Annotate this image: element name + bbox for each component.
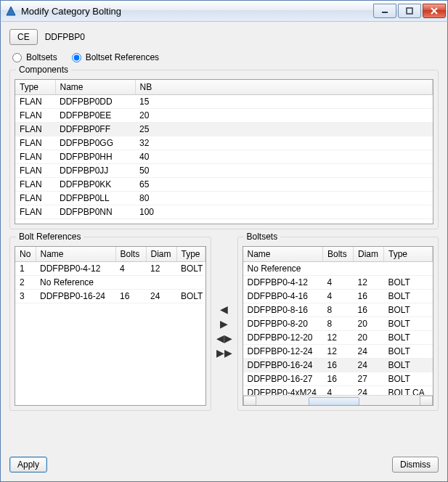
table-cell: 65 xyxy=(135,178,433,192)
table-cell: BOLT xyxy=(384,331,433,345)
boltsets-col-bolts[interactable]: Bolts xyxy=(323,247,354,262)
table-cell: DDFPBP0-4-12 xyxy=(36,262,115,276)
radio-boltset-references-input[interactable] xyxy=(72,53,81,62)
app-icon xyxy=(5,5,17,17)
table-row[interactable]: DDFPBP0-4xM24424BOLT CA xyxy=(243,386,433,396)
table-row[interactable]: FLANDDFPBP0HH40 xyxy=(15,150,433,164)
table-cell: 4 xyxy=(323,276,354,290)
table-cell: 27 xyxy=(354,372,384,386)
table-row[interactable]: 1DDFPBP0-4-12412BOLT xyxy=(15,262,205,276)
table-cell: DDFPBP0-16-24 xyxy=(36,290,115,303)
table-cell: DDFPBP0KK xyxy=(55,178,135,192)
boltsets-col-diam[interactable]: Diam xyxy=(354,247,384,262)
move-right-all-icon[interactable]: ▶▶ xyxy=(216,348,232,358)
table-row[interactable]: FLANDDFPBP0KK65 xyxy=(15,178,433,192)
table-row[interactable]: DDFPBP0-12-201220BOLT xyxy=(243,331,433,345)
table-cell: 12 xyxy=(323,331,354,345)
components-table[interactable]: Type Name NB FLANDDFPBP0DD15FLANDDFPBP0E… xyxy=(15,80,433,219)
bolt-references-table[interactable]: No Name Bolts Diam Type 1DDFPBP0-4-12412… xyxy=(15,247,205,303)
radio-boltsets[interactable]: Boltsets xyxy=(12,52,57,62)
table-row[interactable]: FLANDDFPBP0JJ50 xyxy=(15,164,433,178)
table-cell: 4 xyxy=(323,290,354,303)
table-cell: BOLT xyxy=(176,290,205,303)
radio-boltsets-input[interactable] xyxy=(12,53,22,62)
table-cell: No Reference xyxy=(36,276,115,290)
window-title: Modify Category Bolting xyxy=(21,6,373,17)
table-cell: DDFPBP0EE xyxy=(55,109,135,123)
table-cell: 100 xyxy=(135,205,433,219)
table-cell: FLAN xyxy=(15,192,55,205)
table-cell xyxy=(146,276,176,290)
bolt-references-scroll[interactable]: No Name Bolts Diam Type 1DDFPBP0-4-12412… xyxy=(15,247,205,405)
table-row[interactable]: DDFPBP0-16-271627BOLT xyxy=(243,372,433,386)
table-row[interactable]: FLANDDFPBP0NN100 xyxy=(15,205,433,219)
boltsets-legend: Boltsets xyxy=(244,232,281,242)
table-row[interactable]: DDFPBP0-8-16816BOLT xyxy=(243,303,433,317)
components-col-type[interactable]: Type xyxy=(15,80,55,95)
table-cell xyxy=(176,276,205,290)
table-cell: DDFPBP0-12-20 xyxy=(243,331,323,345)
table-cell: No Reference xyxy=(243,262,323,276)
boltrefs-col-diam[interactable]: Diam xyxy=(146,247,176,262)
table-cell: 3 xyxy=(15,290,36,303)
table-cell: DDFPBP0GG xyxy=(55,136,135,150)
table-cell: 20 xyxy=(135,109,433,123)
table-cell: 16 xyxy=(354,290,384,303)
maximize-button[interactable] xyxy=(398,4,421,18)
table-row[interactable]: DDFPBP0-4-16416BOLT xyxy=(243,290,433,303)
boltsets-table[interactable]: Name Bolts Diam Type No ReferenceDDFPBP0… xyxy=(243,247,433,395)
table-cell: FLAN xyxy=(15,150,55,164)
table-cell: 12 xyxy=(354,276,384,290)
boltsets-col-name[interactable]: Name xyxy=(243,247,323,262)
components-col-name[interactable]: Name xyxy=(55,80,135,95)
transfer-buttons: ◀ ▶ ◀▶ ▶▶ xyxy=(216,237,233,411)
table-cell: BOLT xyxy=(384,276,433,290)
boltrefs-col-type[interactable]: Type xyxy=(176,247,205,262)
table-row[interactable]: No Reference xyxy=(243,262,433,276)
table-row[interactable]: FLANDDFPBP0EE20 xyxy=(15,109,433,123)
dismiss-button[interactable]: Dismiss xyxy=(392,457,439,473)
table-cell: BOLT xyxy=(384,317,433,331)
table-cell: DDFPBP0-8-20 xyxy=(243,317,323,331)
table-row[interactable]: 3DDFPBP0-16-241624BOLT xyxy=(15,290,205,303)
table-row[interactable]: DDFPBP0-12-241224BOLT xyxy=(243,345,433,359)
apply-button[interactable]: Apply xyxy=(9,457,47,473)
boltsets-col-type[interactable]: Type xyxy=(384,247,433,262)
table-row[interactable]: DDFPBP0-16-241624BOLT xyxy=(243,359,433,372)
move-right-one-icon[interactable]: ▶ xyxy=(220,319,228,329)
boltrefs-col-name[interactable]: Name xyxy=(36,247,115,262)
table-cell xyxy=(323,262,354,276)
boltsets-horizontal-scrollbar[interactable] xyxy=(243,395,433,406)
bolt-references-group: Bolt References No Name Bolts Diam Type … xyxy=(9,237,211,411)
table-row[interactable]: FLANDDFPBP0DD15 xyxy=(15,95,433,109)
table-cell: DDFPBP0-12-24 xyxy=(243,345,323,359)
table-cell: 80 xyxy=(135,192,433,205)
table-cell: 12 xyxy=(323,345,354,359)
close-button[interactable] xyxy=(423,4,446,18)
table-row[interactable]: FLANDDFPBP0FF25 xyxy=(15,123,433,136)
boltrefs-col-no[interactable]: No xyxy=(15,247,36,262)
reference-name: DDFPBP0 xyxy=(45,32,85,42)
table-cell: DDFPBP0DD xyxy=(55,95,135,109)
boltrefs-col-bolts[interactable]: Bolts xyxy=(115,247,146,262)
table-row[interactable]: FLANDDFPBP0LL80 xyxy=(15,192,433,205)
radio-boltset-references[interactable]: Boltset References xyxy=(72,52,159,62)
minimize-button[interactable] xyxy=(373,4,396,18)
move-left-one-icon[interactable]: ◀ xyxy=(220,304,228,314)
table-cell: FLAN xyxy=(15,123,55,136)
table-row[interactable]: DDFPBP0-8-20820BOLT xyxy=(243,317,433,331)
svg-rect-2 xyxy=(407,8,412,14)
table-row[interactable]: DDFPBP0-4-12412BOLT xyxy=(243,276,433,290)
boltsets-scroll[interactable]: Name Bolts Diam Type No ReferenceDDFPBP0… xyxy=(243,247,433,395)
components-col-nb[interactable]: NB xyxy=(135,80,433,95)
table-row[interactable]: FLANDDFPBP0GG32 xyxy=(15,136,433,150)
table-cell: DDFPBP0-8-16 xyxy=(243,303,323,317)
move-left-right-icon[interactable]: ◀▶ xyxy=(216,333,232,343)
table-cell: 16 xyxy=(323,359,354,372)
table-cell: 4 xyxy=(115,262,146,276)
components-scroll[interactable]: Type Name NB FLANDDFPBP0DD15FLANDDFPBP0E… xyxy=(15,80,433,224)
table-cell: 32 xyxy=(135,136,433,150)
ce-button[interactable]: CE xyxy=(9,29,38,45)
radio-boltset-references-label: Boltset References xyxy=(86,52,159,62)
table-row[interactable]: 2No Reference xyxy=(15,276,205,290)
